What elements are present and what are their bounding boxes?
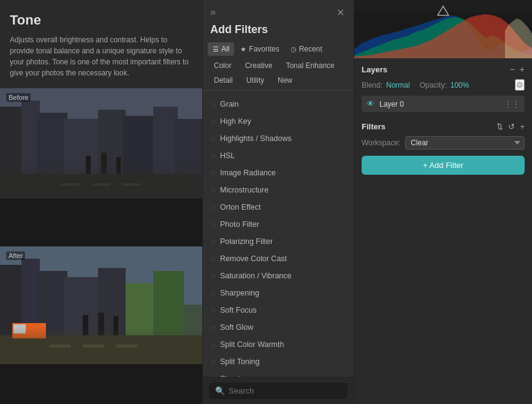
tab-recent[interactable]: ◷ Recent [286, 42, 327, 56]
opacity-label: Opacity: [420, 81, 447, 90]
filter-item-structure[interactable]: ☆ Structure + [203, 370, 354, 377]
svg-rect-32 [83, 315, 88, 335]
star-icon-photo[interactable]: ☆ [210, 221, 216, 229]
filter-item-softglow[interactable]: ☆ Soft Glow + [203, 319, 354, 336]
svg-marker-35 [438, 6, 449, 15]
filter-item-hsl[interactable]: ☆ HSL + [203, 147, 354, 164]
filters-title: Filters [362, 122, 386, 131]
star-icon-rcc[interactable]: ☆ [210, 255, 216, 263]
cat-creative[interactable]: Creative [239, 59, 279, 72]
layer-row[interactable]: 👁 Layer 0 ⋮⋮ [362, 96, 525, 112]
before-scene-image [0, 88, 202, 199]
add-layer-btn[interactable]: + [520, 64, 525, 74]
svg-rect-2 [0, 107, 25, 199]
filter-item-sat[interactable]: ☆ Saturation / Vibrance + [203, 267, 354, 284]
layer-name: Layer 0 [379, 100, 499, 109]
filter-name-polar: Polarizing Filter [220, 237, 273, 246]
filters-sort-btn[interactable]: ⇅ [496, 122, 503, 131]
star-icon-highkey[interactable]: ☆ [210, 118, 216, 126]
filter-name-softfocus: Soft Focus [220, 306, 257, 314]
layer-visibility-icon[interactable]: 👁 [367, 99, 374, 109]
svg-rect-31 [13, 324, 26, 333]
filter-item-rcc[interactable]: ☆ Remove Color Cast + [203, 250, 354, 267]
filter-name-highkey: High Key [220, 117, 251, 126]
svg-rect-21 [0, 265, 25, 363]
workspace-select[interactable]: Clear Default [405, 136, 525, 150]
svg-rect-33 [98, 313, 104, 335]
filter-name-grain: Grain [220, 100, 239, 109]
filter-item-sharp[interactable]: ☆ Sharpening + [203, 284, 354, 302]
divider [203, 90, 354, 91]
filter-name-orton: Orton Effect [220, 203, 260, 212]
favorites-icon: ★ [240, 45, 246, 53]
svg-rect-10 [0, 174, 202, 199]
star-icon-micro[interactable]: ☆ [210, 186, 216, 194]
star-icon-softglow[interactable]: ☆ [210, 324, 216, 332]
subcat-utility[interactable]: Utility [240, 74, 270, 86]
histogram-chart [354, 12, 532, 58]
workspace-label: Workspace: [362, 139, 400, 147]
filter-item-grain[interactable]: ☆ Grain + [203, 96, 354, 113]
modal-title: Add Filters [203, 18, 354, 42]
svg-rect-9 [175, 119, 202, 199]
search-icon: 🔍 [215, 386, 225, 395]
star-icon-scw[interactable]: ☆ [210, 341, 216, 349]
after-scene-image [0, 246, 202, 364]
collapse-icon[interactable]: » [210, 7, 216, 18]
filter-item-splittone[interactable]: ☆ Split Toning + [203, 353, 354, 370]
star-icon-hsl[interactable]: ☆ [210, 152, 216, 160]
star-icon-radiance[interactable]: ☆ [210, 169, 216, 177]
star-icon-hs[interactable]: ☆ [210, 135, 216, 143]
remove-layer-btn[interactable]: − [510, 64, 515, 74]
svg-rect-27 [49, 345, 70, 348]
cat-tonal[interactable]: Tonal Enhance [279, 59, 340, 72]
filter-item-orton[interactable]: ☆ Orton Effect + [203, 199, 354, 216]
filter-item-polar[interactable]: ☆ Polarizing Filter + [203, 233, 354, 250]
star-icon-grain[interactable]: ☆ [210, 101, 216, 109]
layer-options-icon[interactable]: ⋮⋮ [504, 99, 520, 109]
subcat-new[interactable]: New [272, 74, 298, 86]
svg-rect-15 [101, 153, 107, 174]
before-label: Before [6, 93, 31, 102]
cat-color[interactable]: Color [208, 59, 238, 72]
filters-add-small-btn[interactable]: + [520, 122, 525, 131]
star-icon-splittone[interactable]: ☆ [210, 358, 216, 366]
after-preview: After [0, 246, 202, 405]
close-button[interactable]: ✕ [334, 6, 346, 18]
add-filter-button[interactable]: + Add Filter [362, 156, 525, 175]
layers-section: Layers − + Blend: Normal Opacity: 100% ⚙… [354, 58, 532, 116]
warning-triangle-icon [437, 5, 449, 16]
filter-item-micro[interactable]: ☆ Microstructure + [203, 181, 354, 199]
filter-item-radiance[interactable]: ☆ Image Radiance + [203, 164, 354, 181]
layer-settings-btn[interactable]: ⚙ [515, 79, 525, 91]
svg-rect-12 [92, 183, 110, 186]
star-icon-softfocus[interactable]: ☆ [210, 307, 216, 314]
right-panel: Layers − + Blend: Normal Opacity: 100% ⚙… [354, 0, 532, 404]
filter-name-sharp: Sharpening [220, 289, 259, 297]
all-icon: ☰ [213, 45, 219, 53]
filter-name-photo: Photo Filter [220, 220, 259, 229]
filter-item-softfocus[interactable]: ☆ Soft Focus + [203, 302, 354, 319]
star-icon-sat[interactable]: ☆ [210, 272, 216, 280]
filter-item-hs[interactable]: ☆ Highlights / Shadows + [203, 130, 354, 147]
filter-item-scw[interactable]: ☆ Split Color Warmth + [203, 336, 354, 353]
blend-value[interactable]: Normal [386, 81, 410, 90]
star-icon-polar[interactable]: ☆ [210, 238, 216, 246]
tab-favorites[interactable]: ★ Favorites [235, 42, 284, 56]
filter-name-sat: Saturation / Vibrance [220, 272, 292, 280]
after-label: After [6, 251, 25, 260]
recent-icon: ◷ [291, 45, 297, 53]
star-icon-sharp[interactable]: ☆ [210, 289, 216, 297]
search-input[interactable] [229, 386, 341, 395]
search-bar: 🔍 [203, 377, 354, 404]
tab-all[interactable]: ☰ All [208, 42, 234, 56]
svg-rect-8 [153, 107, 178, 199]
filter-tabs: ☰ All ★ Favorites ◷ Recent [203, 42, 354, 59]
subcat-detail[interactable]: Detail [208, 74, 239, 86]
opacity-value[interactable]: 100% [450, 81, 469, 90]
filters-section: Filters ⇅ ↺ + Workspace: Clear Default +… [354, 116, 532, 404]
filter-item-photo[interactable]: ☆ Photo Filter + [203, 216, 354, 233]
filters-refresh-btn[interactable]: ↺ [508, 122, 515, 131]
filter-item-highkey[interactable]: ☆ High Key + [203, 113, 354, 130]
star-icon-orton[interactable]: ☆ [210, 204, 216, 212]
